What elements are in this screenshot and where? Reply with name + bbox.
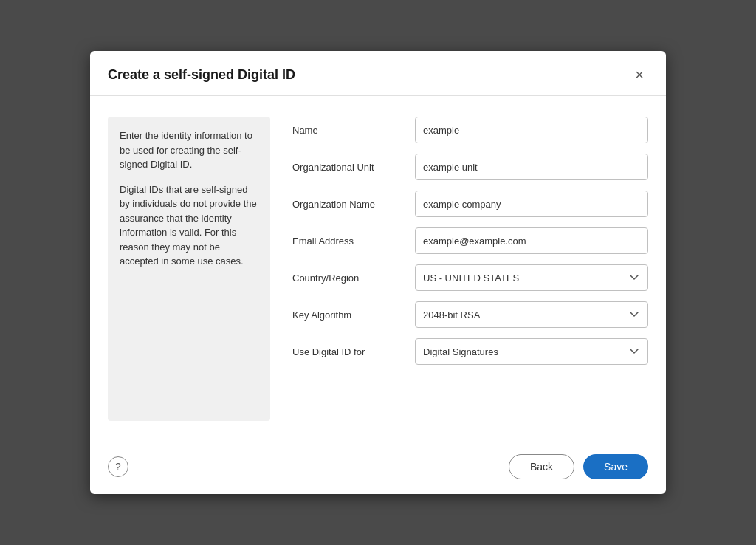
- info-paragraph-1: Enter the identity information to be use…: [120, 128, 258, 172]
- label-key-algo: Key Algorithm: [292, 309, 403, 321]
- label-email: Email Address: [292, 236, 403, 247]
- select-use-for[interactable]: Digital SignaturesData EncryptionDigital…: [415, 338, 648, 365]
- dialog-footer: ? Back Save: [90, 442, 666, 494]
- label-name: Name: [292, 125, 403, 136]
- select-country[interactable]: US - UNITED STATESCA - CANADAGB - UNITED…: [415, 264, 648, 291]
- form-row-use-for: Use Digital ID forDigital SignaturesData…: [292, 338, 648, 365]
- form-row-email: Email Address: [292, 227, 648, 254]
- dialog-title: Create a self-signed Digital ID: [108, 67, 295, 83]
- form-row-org-name: Organization Name: [292, 191, 648, 217]
- back-button[interactable]: Back: [509, 454, 574, 479]
- select-key-algo[interactable]: 1024-bit RSA2048-bit RSA4096-bit RSA: [415, 301, 648, 328]
- form-panel: NameOrganizational UnitOrganization Name…: [292, 117, 648, 421]
- help-button[interactable]: ?: [108, 456, 128, 477]
- input-org-name[interactable]: [415, 191, 648, 217]
- footer-buttons: Back Save: [509, 454, 648, 479]
- save-button[interactable]: Save: [583, 454, 648, 479]
- form-row-country: Country/RegionUS - UNITED STATESCA - CAN…: [292, 264, 648, 291]
- input-email[interactable]: [415, 227, 648, 254]
- dialog-body: Enter the identity information to be use…: [90, 96, 666, 442]
- dialog: Create a self-signed Digital ID × Enter …: [90, 51, 666, 494]
- form-row-org-unit: Organizational Unit: [292, 154, 648, 180]
- info-panel: Enter the identity information to be use…: [108, 117, 270, 421]
- info-paragraph-2: Digital IDs that are self-signed by indi…: [120, 182, 258, 269]
- label-use-for: Use Digital ID for: [292, 346, 403, 357]
- close-button[interactable]: ×: [630, 66, 648, 83]
- form-row-key-algo: Key Algorithm1024-bit RSA2048-bit RSA409…: [292, 301, 648, 328]
- label-country: Country/Region: [292, 272, 403, 284]
- label-org-unit: Organizational Unit: [292, 162, 403, 173]
- input-org-unit[interactable]: [415, 154, 648, 180]
- form-row-name: Name: [292, 117, 648, 143]
- dialog-header: Create a self-signed Digital ID ×: [90, 51, 666, 96]
- label-org-name: Organization Name: [292, 199, 403, 210]
- input-name[interactable]: [415, 117, 648, 143]
